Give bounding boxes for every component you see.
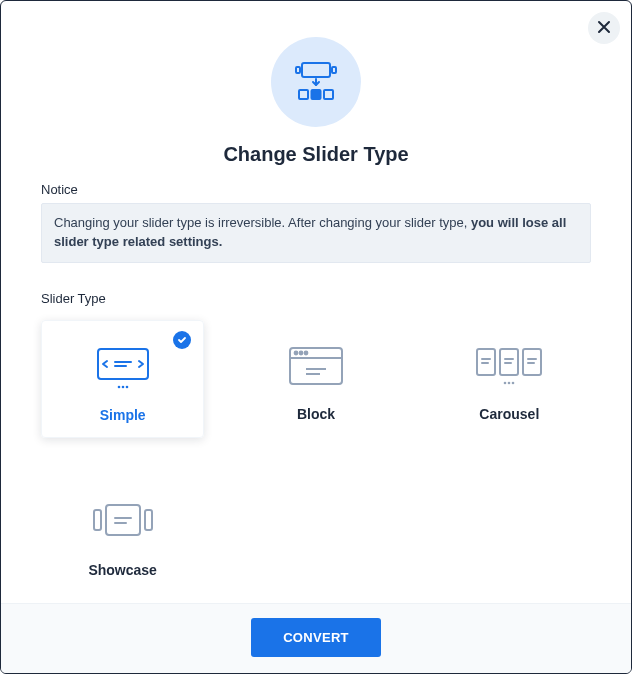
- svg-rect-5: [324, 90, 333, 99]
- option-label: Carousel: [479, 406, 539, 422]
- svg-point-29: [508, 381, 511, 384]
- notice-text: Changing your slider type is irreversibl…: [54, 215, 471, 230]
- simple-slider-icon: [88, 341, 158, 393]
- svg-rect-32: [94, 510, 101, 530]
- svg-point-11: [125, 385, 128, 388]
- svg-rect-1: [296, 67, 300, 73]
- svg-point-16: [305, 351, 308, 354]
- slider-type-option-showcase[interactable]: Showcase: [41, 476, 204, 592]
- modal-body: Notice Changing your slider type is irre…: [1, 166, 631, 603]
- modal-title: Change Slider Type: [223, 143, 408, 166]
- svg-point-28: [504, 381, 507, 384]
- svg-point-15: [300, 351, 303, 354]
- svg-rect-6: [98, 349, 148, 379]
- showcase-slider-icon: [88, 496, 158, 548]
- notice-box: Changing your slider type is irreversibl…: [41, 203, 591, 263]
- convert-button[interactable]: CONVERT: [251, 618, 381, 657]
- carousel-slider-icon: [471, 340, 547, 392]
- svg-rect-0: [302, 63, 330, 77]
- svg-rect-4: [312, 90, 321, 99]
- check-icon: [173, 331, 191, 349]
- slider-type-option-simple[interactable]: Simple: [41, 320, 204, 438]
- change-slider-type-modal: Change Slider Type Notice Changing your …: [0, 0, 632, 674]
- svg-rect-33: [145, 510, 152, 530]
- slider-type-grid: Simple: [41, 320, 591, 592]
- slider-type-hero-icon: [271, 37, 361, 127]
- slider-type-label: Slider Type: [41, 291, 591, 306]
- svg-point-9: [117, 385, 120, 388]
- option-label: Simple: [100, 407, 146, 423]
- modal-footer: CONVERT: [1, 603, 631, 673]
- slider-type-option-carousel[interactable]: Carousel: [428, 320, 591, 438]
- svg-rect-3: [299, 90, 308, 99]
- block-slider-icon: [284, 340, 348, 392]
- slider-type-option-block[interactable]: Block: [234, 320, 397, 438]
- close-icon: [597, 18, 611, 39]
- svg-rect-31: [106, 505, 140, 535]
- svg-rect-2: [332, 67, 336, 73]
- svg-point-14: [295, 351, 298, 354]
- close-button[interactable]: [588, 12, 620, 44]
- notice-label: Notice: [41, 182, 591, 197]
- option-label: Showcase: [88, 562, 156, 578]
- svg-point-30: [512, 381, 515, 384]
- svg-point-10: [121, 385, 124, 388]
- option-label: Block: [297, 406, 335, 422]
- modal-header: Change Slider Type: [1, 1, 631, 166]
